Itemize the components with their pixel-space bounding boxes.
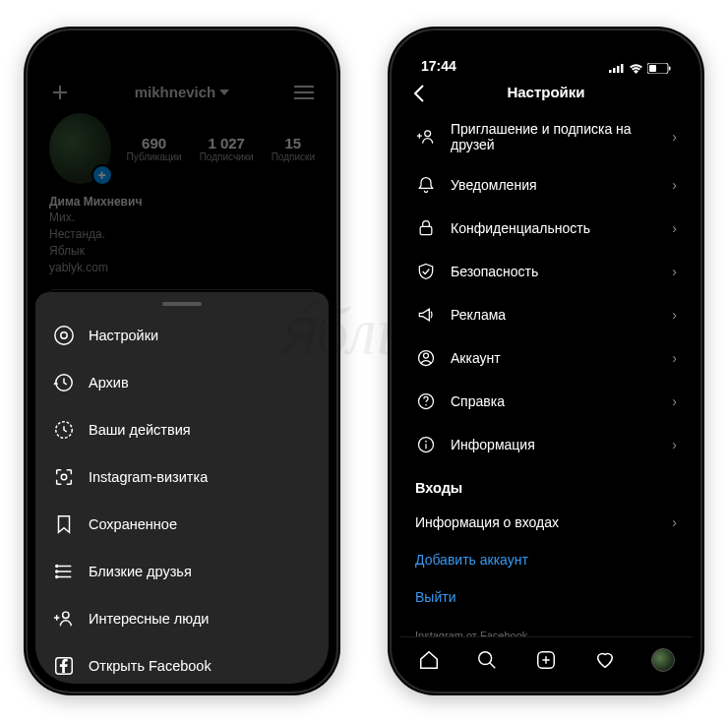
- svg-rect-28: [649, 65, 656, 72]
- settings-list: Приглашение и подписка на друзей › Уведо…: [399, 110, 693, 655]
- signal-icon: [609, 63, 625, 73]
- back-button[interactable]: [413, 84, 425, 103]
- chevron-right-icon: ›: [672, 437, 677, 452]
- settings-help[interactable]: Справка ›: [399, 380, 693, 423]
- chevron-right-icon: ›: [672, 177, 677, 193]
- gear-icon: [53, 325, 75, 346]
- chevron-right-icon: ›: [672, 307, 677, 323]
- add-story-icon[interactable]: +: [91, 164, 113, 186]
- page-title: Настройки: [507, 84, 584, 100]
- stat-following-num: 15: [272, 135, 315, 151]
- menu-label: Сохраненное: [89, 516, 177, 532]
- notch: [472, 38, 620, 64]
- menu-facebook[interactable]: Открыть Facebook: [35, 642, 329, 684]
- settings-label: Аккаунт: [451, 350, 658, 366]
- status-time: 17:44: [421, 58, 456, 74]
- settings-label: Информация: [451, 437, 658, 452]
- stat-posts-label: Публикации: [127, 151, 182, 162]
- menu-saved[interactable]: Сохраненное: [35, 501, 329, 548]
- stat-followers[interactable]: 1 027 Подписчики: [200, 135, 254, 162]
- add-account-link[interactable]: Добавить аккаунт: [399, 541, 693, 578]
- help-icon: [415, 391, 437, 412]
- logins-section-title: Входы: [399, 466, 693, 504]
- logout-link[interactable]: Выйти: [399, 578, 693, 616]
- menu-label: Instagram-визитка: [89, 469, 208, 485]
- tab-new-post[interactable]: [534, 648, 558, 672]
- stat-following-label: Подписки: [272, 151, 315, 162]
- menu-archive[interactable]: Архив: [35, 359, 329, 406]
- tab-search[interactable]: [475, 648, 499, 672]
- bell-icon: [415, 174, 437, 196]
- menu-label: Ваши действия: [89, 422, 191, 438]
- tab-home[interactable]: [417, 648, 441, 672]
- chevron-right-icon: ›: [672, 393, 677, 409]
- tab-profile[interactable]: [651, 648, 675, 672]
- settings-label: Реклама: [451, 307, 658, 323]
- svg-rect-25: [617, 66, 620, 73]
- account-icon: [415, 347, 437, 369]
- login-info[interactable]: Информация о входах ›: [399, 504, 693, 541]
- menu-label: Настройки: [89, 328, 158, 343]
- chevron-right-icon: ›: [672, 514, 677, 530]
- svg-point-30: [425, 130, 431, 136]
- settings-label: Приглашение и подписка на друзей: [451, 121, 658, 152]
- settings-invite[interactable]: Приглашение и подписка на друзей ›: [399, 110, 693, 163]
- settings-notifications[interactable]: Уведомления ›: [399, 163, 693, 207]
- chevron-right-icon: ›: [672, 264, 677, 279]
- bio-line: Мих.: [49, 210, 315, 226]
- bio-line: Нестанда.: [49, 226, 315, 243]
- svg-point-19: [56, 571, 58, 572]
- settings-account[interactable]: Аккаунт ›: [399, 336, 693, 380]
- archive-icon: [53, 372, 75, 393]
- heart-icon: [594, 649, 616, 671]
- menu-activity[interactable]: Ваши действия: [35, 406, 329, 453]
- menu-label: Близкие друзья: [89, 564, 192, 579]
- battery-icon: [647, 63, 671, 74]
- settings-ads[interactable]: Реклама ›: [399, 293, 693, 336]
- svg-point-11: [61, 331, 67, 337]
- svg-point-39: [479, 652, 492, 665]
- menu-label: Интересные люди: [89, 611, 209, 627]
- menu-settings[interactable]: Настройки: [35, 312, 329, 359]
- new-post-icon[interactable]: [49, 82, 71, 103]
- avatar[interactable]: +: [49, 113, 111, 184]
- svg-point-14: [61, 474, 67, 480]
- login-info-label: Информация о входах: [415, 514, 559, 530]
- stat-followers-label: Подписчики: [200, 151, 254, 162]
- svg-point-21: [63, 612, 69, 618]
- svg-point-35: [425, 403, 427, 405]
- stat-following[interactable]: 15 Подписки: [272, 135, 315, 162]
- settings-header: Настройки: [399, 76, 693, 110]
- stat-followers-num: 1 027: [200, 135, 254, 151]
- settings-security[interactable]: Безопасность ›: [399, 250, 693, 293]
- chevron-left-icon: [413, 84, 425, 103]
- menu-icon[interactable]: [293, 82, 315, 103]
- menu-nametag[interactable]: Instagram-визитка: [35, 453, 329, 501]
- username-dropdown[interactable]: mikhnevich: [135, 84, 230, 100]
- tab-activity[interactable]: [593, 648, 617, 672]
- lock-icon: [415, 217, 437, 239]
- sheet-handle[interactable]: [162, 302, 202, 306]
- profile-stats: 690 Публикации 1 027 Подписчики 15 Подпи…: [127, 135, 315, 162]
- facebook-icon: [53, 655, 75, 677]
- settings-about[interactable]: Информация ›: [399, 423, 693, 466]
- tab-bar: [399, 636, 693, 684]
- svg-point-33: [424, 353, 429, 358]
- settings-privacy[interactable]: Конфиденциальность ›: [399, 207, 693, 250]
- svg-rect-31: [420, 226, 432, 234]
- discover-people-icon: [53, 608, 75, 630]
- settings-label: Конфиденциальность: [451, 220, 658, 236]
- bio-link[interactable]: yablyk.com: [49, 260, 315, 276]
- chevron-right-icon: ›: [672, 350, 677, 366]
- svg-rect-26: [621, 64, 624, 73]
- svg-point-10: [55, 326, 73, 343]
- menu-close-friends[interactable]: Близкие друзья: [35, 548, 329, 595]
- phone-left: 17:44 mikhnevich: [24, 27, 340, 695]
- shield-icon: [415, 261, 437, 282]
- bio-name: Дима Михневич: [49, 194, 315, 210]
- stat-posts[interactable]: 690 Публикации: [127, 135, 182, 162]
- menu-discover-people[interactable]: Интересные люди: [35, 595, 329, 642]
- svg-point-18: [56, 565, 58, 567]
- settings-label: Справка: [451, 393, 658, 409]
- phone-right: 17:44 Настройки: [388, 27, 704, 695]
